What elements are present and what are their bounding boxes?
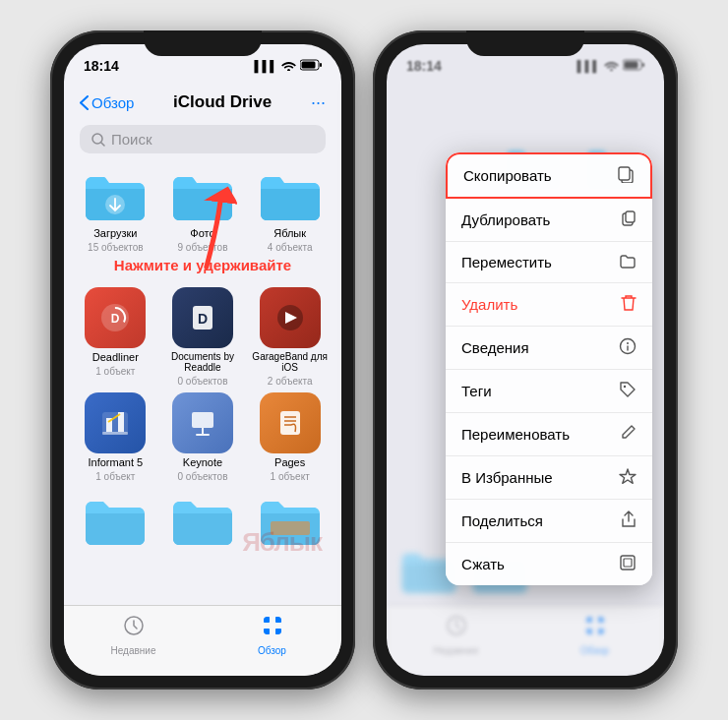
app-folder-grid-row2: Informant 5 1 объект Keynote 0 объектов <box>64 389 341 490</box>
folder-name-informant: Informant 5 <box>89 456 144 468</box>
svg-rect-13 <box>102 432 128 435</box>
left-phone: 18:14 ▌▌▌ Обзор iCloud Drive ··· <box>50 30 355 690</box>
menu-item-share[interactable]: Поделиться <box>446 500 652 543</box>
folder-item-extra2[interactable] <box>163 494 243 549</box>
folder-name-documents: Documents by Readdle <box>163 351 243 373</box>
folder-grid-bottom <box>64 490 341 557</box>
right-screen: 18:14 ▌▌▌ Скопировать <box>387 44 664 676</box>
folder-item-informant[interactable]: Informant 5 1 объект <box>76 392 155 482</box>
wifi-icon-right <box>604 59 619 73</box>
search-icon <box>91 133 105 147</box>
folder-count-documents: 0 объектов <box>178 376 228 387</box>
svg-rect-29 <box>626 211 635 222</box>
deadliner-icon: D <box>97 300 133 335</box>
folder-name-downloads: Загрузки <box>93 227 137 239</box>
svg-line-4 <box>101 143 104 146</box>
trash-icon <box>621 294 637 315</box>
svg-text:D: D <box>111 312 120 326</box>
search-placeholder: Поиск <box>111 131 152 148</box>
folder-item-yablyk[interactable]: Яблык 4 объекта <box>250 169 330 253</box>
battery-icon <box>300 59 322 73</box>
folder-count-garageband: 2 объекта <box>268 376 313 387</box>
folder-item-pages[interactable]: Pages 1 объект <box>250 392 330 482</box>
recent-icon <box>122 614 146 643</box>
garageband-icon <box>272 299 309 336</box>
time-left: 18:14 <box>84 58 119 74</box>
wifi-icon <box>281 59 296 73</box>
menu-label-info: Сведения <box>461 339 529 356</box>
svg-rect-25 <box>625 62 638 69</box>
keynote-icon <box>184 404 221 442</box>
folder-count-yablyk: 4 объекта <box>268 242 313 253</box>
search-bar[interactable]: Поиск <box>80 125 326 153</box>
menu-item-compress[interactable]: Сжать <box>446 543 652 585</box>
tab-browse[interactable]: Обзор <box>203 614 341 656</box>
back-button[interactable]: Обзор <box>80 94 134 111</box>
menu-item-move[interactable]: Переместить <box>446 242 652 283</box>
tab-browse-label-right: Обзор <box>580 645 609 656</box>
svg-rect-15 <box>202 428 204 434</box>
menu-item-info[interactable]: Сведения <box>446 327 652 370</box>
folder-icon <box>619 253 637 271</box>
svg-rect-17 <box>280 411 300 435</box>
context-menu: Скопировать Дублировать Переместить <box>446 152 652 585</box>
duplicate-icon <box>619 210 637 230</box>
svg-rect-12 <box>102 412 128 434</box>
status-icons-right: ▌▌▌ <box>577 59 644 73</box>
star-icon <box>619 467 637 488</box>
menu-label-copy: Скопировать <box>463 167 552 184</box>
folder-name-keynote: Keynote <box>183 456 222 468</box>
pencil-icon <box>621 424 637 445</box>
tab-recent-label: Недавние <box>111 645 156 656</box>
nav-title-left: iCloud Drive <box>173 92 272 112</box>
svg-rect-1 <box>320 63 322 67</box>
folder-item-extra3[interactable] <box>250 494 330 549</box>
app-folder-grid-row1: D Deadliner 1 объект D Documents by Read… <box>64 283 341 389</box>
menu-item-favorite[interactable]: В Избранные <box>446 456 652 500</box>
info-icon <box>619 337 637 358</box>
compress-icon <box>619 554 637 574</box>
menu-label-compress: Сжать <box>461 556 505 572</box>
folder-item-garageband[interactable]: GarageBand для iOS 2 объекта <box>250 287 330 387</box>
share-icon <box>621 510 637 531</box>
browse-icon-right <box>583 614 607 643</box>
documents-icon: D <box>185 300 220 335</box>
menu-label-delete: Удалить <box>461 296 517 313</box>
tag-icon <box>619 381 637 401</box>
svg-rect-27 <box>619 167 630 180</box>
svg-point-33 <box>624 386 626 388</box>
folder-name-deadliner: Deadliner <box>92 351 139 363</box>
signal-icon-right: ▌▌▌ <box>577 60 600 72</box>
folder-count-deadliner: 1 объект <box>95 366 135 377</box>
menu-item-delete[interactable]: Удалить <box>446 283 652 327</box>
folder-item-extra1[interactable] <box>76 494 155 549</box>
browse-icon <box>261 614 284 643</box>
folder-count-pages: 1 объект <box>271 471 310 482</box>
menu-label-favorite: В Избранные <box>461 469 553 486</box>
folder-item-documents[interactable]: D Documents by Readdle 0 объектов <box>163 287 243 387</box>
folder-item-deadliner[interactable]: D Deadliner 1 объект <box>76 287 155 387</box>
tab-browse-label: Обзор <box>258 645 286 656</box>
status-icons-left: ▌▌▌ <box>255 59 322 73</box>
menu-item-duplicate[interactable]: Дублировать <box>446 199 652 242</box>
menu-item-tags[interactable]: Теги <box>446 370 652 413</box>
menu-item-copy[interactable]: Скопировать <box>446 152 652 199</box>
folder-name-garageband: GarageBand для iOS <box>250 351 330 373</box>
menu-item-rename[interactable]: Переименовать <box>446 413 652 456</box>
menu-label-duplicate: Дублировать <box>461 211 550 228</box>
folder-item-downloads[interactable]: Загрузки 15 объектов <box>76 169 155 253</box>
notch <box>144 30 262 56</box>
recent-icon-right <box>445 614 468 643</box>
svg-rect-35 <box>624 559 632 567</box>
signal-icon: ▌▌▌ <box>255 60 277 72</box>
right-phone: 18:14 ▌▌▌ Скопировать <box>373 30 678 690</box>
folder-count-downloads: 15 объектов <box>88 242 144 253</box>
notch-right <box>466 30 584 56</box>
tab-recent[interactable]: Недавние <box>64 614 203 656</box>
menu-label-move: Переместить <box>461 254 552 270</box>
pages-icon <box>272 404 309 442</box>
tab-bar-right: Недавние Обзор <box>387 605 664 676</box>
folder-item-keynote[interactable]: Keynote 0 объектов <box>163 392 243 482</box>
more-button[interactable]: ··· <box>311 92 326 113</box>
svg-rect-2 <box>302 62 316 69</box>
